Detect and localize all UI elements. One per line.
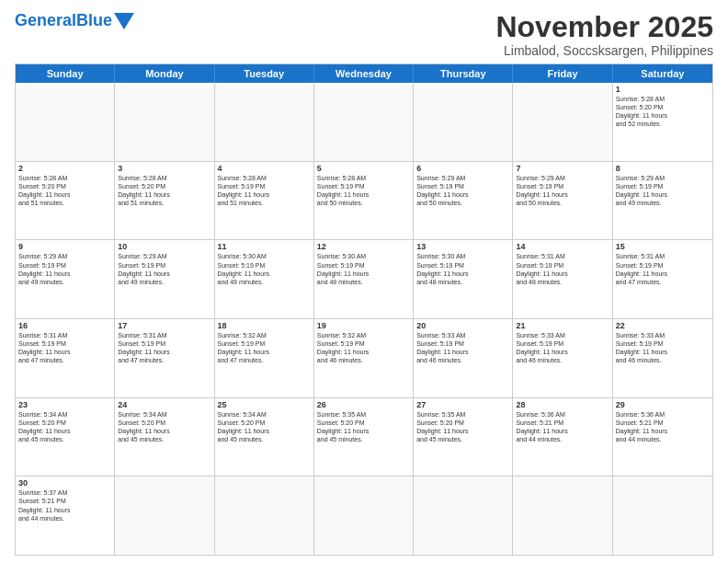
cell-info: Sunrise: 5:28 AM Sunset: 5:20 PM Dayligh… bbox=[118, 174, 210, 207]
weekday-header: Sunday bbox=[16, 64, 115, 83]
calendar-row: 23Sunrise: 5:34 AM Sunset: 5:20 PM Dayli… bbox=[16, 398, 712, 477]
page: GeneralBlue November 2025 Limbalod, Socc… bbox=[0, 0, 728, 563]
day-number: 15 bbox=[616, 242, 710, 251]
cell-info: Sunrise: 5:29 AM Sunset: 5:19 PM Dayligh… bbox=[416, 174, 509, 207]
weekday-header: Friday bbox=[513, 64, 612, 83]
day-number: 24 bbox=[118, 400, 210, 409]
logo-blue: Blue bbox=[76, 11, 112, 29]
calendar-cell bbox=[215, 83, 314, 161]
cell-info: Sunrise: 5:33 AM Sunset: 5:19 PM Dayligh… bbox=[416, 331, 509, 364]
calendar-cell: 3Sunrise: 5:28 AM Sunset: 5:20 PM Daylig… bbox=[115, 162, 214, 240]
calendar-cell: 27Sunrise: 5:35 AM Sunset: 5:20 PM Dayli… bbox=[414, 398, 513, 477]
cell-info: Sunrise: 5:32 AM Sunset: 5:19 PM Dayligh… bbox=[317, 331, 410, 364]
calendar-cell: 16Sunrise: 5:31 AM Sunset: 5:19 PM Dayli… bbox=[16, 319, 115, 397]
calendar-cell: 17Sunrise: 5:31 AM Sunset: 5:19 PM Dayli… bbox=[115, 319, 214, 397]
calendar-row: 9Sunrise: 5:29 AM Sunset: 5:19 PM Daylig… bbox=[16, 240, 712, 319]
calendar-cell bbox=[414, 477, 513, 555]
calendar-row: 16Sunrise: 5:31 AM Sunset: 5:19 PM Dayli… bbox=[16, 319, 712, 398]
calendar-cell bbox=[613, 477, 712, 555]
calendar-cell: 7Sunrise: 5:29 AM Sunset: 5:19 PM Daylig… bbox=[513, 162, 612, 240]
day-number: 3 bbox=[118, 164, 210, 173]
weekday-header: Wednesday bbox=[314, 64, 414, 83]
day-number: 8 bbox=[616, 164, 710, 173]
day-number: 25 bbox=[218, 400, 311, 409]
day-number: 4 bbox=[218, 164, 311, 173]
calendar-cell bbox=[513, 477, 612, 555]
calendar: SundayMondayTuesdayWednesdayThursdayFrid… bbox=[15, 63, 713, 556]
calendar-cell: 29Sunrise: 5:36 AM Sunset: 5:21 PM Dayli… bbox=[613, 398, 712, 477]
day-number: 29 bbox=[616, 400, 710, 409]
calendar-header: SundayMondayTuesdayWednesdayThursdayFrid… bbox=[16, 64, 712, 83]
calendar-cell: 26Sunrise: 5:35 AM Sunset: 5:20 PM Dayli… bbox=[314, 398, 414, 477]
day-number: 19 bbox=[317, 321, 410, 330]
logo: GeneralBlue bbox=[15, 11, 134, 29]
cell-info: Sunrise: 5:36 AM Sunset: 5:21 PM Dayligh… bbox=[616, 410, 710, 443]
day-number: 9 bbox=[18, 242, 111, 251]
cell-info: Sunrise: 5:28 AM Sunset: 5:20 PM Dayligh… bbox=[18, 174, 111, 207]
day-number: 22 bbox=[616, 321, 710, 330]
month-year: November 2025 bbox=[495, 11, 713, 43]
cell-info: Sunrise: 5:32 AM Sunset: 5:19 PM Dayligh… bbox=[218, 331, 311, 364]
cell-info: Sunrise: 5:34 AM Sunset: 5:20 PM Dayligh… bbox=[218, 410, 311, 443]
day-number: 17 bbox=[118, 321, 210, 330]
calendar-cell: 25Sunrise: 5:34 AM Sunset: 5:20 PM Dayli… bbox=[215, 398, 314, 477]
cell-info: Sunrise: 5:29 AM Sunset: 5:19 PM Dayligh… bbox=[118, 252, 210, 285]
cell-info: Sunrise: 5:34 AM Sunset: 5:20 PM Dayligh… bbox=[118, 410, 210, 443]
cell-info: Sunrise: 5:28 AM Sunset: 5:20 PM Dayligh… bbox=[616, 95, 710, 128]
day-number: 13 bbox=[416, 242, 509, 251]
cell-info: Sunrise: 5:34 AM Sunset: 5:20 PM Dayligh… bbox=[18, 410, 111, 443]
cell-info: Sunrise: 5:35 AM Sunset: 5:20 PM Dayligh… bbox=[317, 410, 410, 443]
calendar-cell: 11Sunrise: 5:30 AM Sunset: 5:19 PM Dayli… bbox=[215, 240, 314, 318]
cell-info: Sunrise: 5:33 AM Sunset: 5:19 PM Dayligh… bbox=[516, 331, 609, 364]
day-number: 11 bbox=[218, 242, 311, 251]
day-number: 27 bbox=[416, 400, 509, 409]
weekday-header: Thursday bbox=[414, 64, 513, 83]
calendar-cell: 19Sunrise: 5:32 AM Sunset: 5:19 PM Dayli… bbox=[314, 319, 414, 397]
cell-info: Sunrise: 5:29 AM Sunset: 5:19 PM Dayligh… bbox=[616, 174, 710, 207]
calendar-row: 2Sunrise: 5:28 AM Sunset: 5:20 PM Daylig… bbox=[16, 162, 712, 241]
calendar-cell: 1Sunrise: 5:28 AM Sunset: 5:20 PM Daylig… bbox=[613, 83, 712, 161]
calendar-cell: 15Sunrise: 5:31 AM Sunset: 5:19 PM Dayli… bbox=[613, 240, 712, 318]
day-number: 30 bbox=[18, 478, 111, 488]
calendar-cell: 5Sunrise: 5:28 AM Sunset: 5:19 PM Daylig… bbox=[314, 162, 414, 240]
day-number: 10 bbox=[118, 242, 210, 251]
calendar-cell: 9Sunrise: 5:29 AM Sunset: 5:19 PM Daylig… bbox=[16, 240, 115, 318]
calendar-cell: 30Sunrise: 5:37 AM Sunset: 5:21 PM Dayli… bbox=[16, 477, 115, 555]
day-number: 6 bbox=[416, 164, 509, 173]
cell-info: Sunrise: 5:31 AM Sunset: 5:19 PM Dayligh… bbox=[18, 331, 111, 364]
day-number: 16 bbox=[18, 321, 111, 330]
cell-info: Sunrise: 5:30 AM Sunset: 5:19 PM Dayligh… bbox=[218, 252, 311, 285]
day-number: 7 bbox=[516, 164, 609, 173]
day-number: 26 bbox=[317, 400, 410, 409]
title-block: November 2025 Limbalod, Soccsksargen, Ph… bbox=[495, 11, 713, 58]
calendar-cell bbox=[115, 83, 214, 161]
day-number: 20 bbox=[416, 321, 509, 330]
day-number: 2 bbox=[18, 164, 111, 173]
day-number: 14 bbox=[516, 242, 609, 251]
weekday-header: Saturday bbox=[613, 64, 712, 83]
logo-general: General bbox=[15, 11, 76, 29]
svg-marker-0 bbox=[114, 13, 134, 29]
cell-info: Sunrise: 5:35 AM Sunset: 5:20 PM Dayligh… bbox=[416, 410, 509, 443]
cell-info: Sunrise: 5:30 AM Sunset: 5:19 PM Dayligh… bbox=[317, 252, 410, 285]
calendar-cell: 2Sunrise: 5:28 AM Sunset: 5:20 PM Daylig… bbox=[16, 162, 115, 240]
cell-info: Sunrise: 5:37 AM Sunset: 5:21 PM Dayligh… bbox=[18, 488, 111, 522]
calendar-cell: 24Sunrise: 5:34 AM Sunset: 5:20 PM Dayli… bbox=[115, 398, 214, 477]
weekday-header: Tuesday bbox=[215, 64, 314, 83]
calendar-cell bbox=[115, 477, 214, 555]
calendar-cell bbox=[215, 477, 314, 555]
location: Limbalod, Soccsksargen, Philippines bbox=[495, 43, 713, 58]
header: GeneralBlue November 2025 Limbalod, Socc… bbox=[15, 11, 713, 58]
calendar-cell: 18Sunrise: 5:32 AM Sunset: 5:19 PM Dayli… bbox=[215, 319, 314, 397]
calendar-cell: 10Sunrise: 5:29 AM Sunset: 5:19 PM Dayli… bbox=[115, 240, 214, 318]
calendar-cell: 14Sunrise: 5:31 AM Sunset: 5:19 PM Dayli… bbox=[513, 240, 612, 318]
day-number: 1 bbox=[616, 85, 710, 94]
calendar-cell bbox=[314, 477, 414, 555]
day-number: 21 bbox=[516, 321, 609, 330]
logo-text: GeneralBlue bbox=[15, 12, 112, 29]
calendar-cell bbox=[414, 83, 513, 161]
calendar-cell: 22Sunrise: 5:33 AM Sunset: 5:19 PM Dayli… bbox=[613, 319, 712, 397]
calendar-cell: 4Sunrise: 5:28 AM Sunset: 5:19 PM Daylig… bbox=[215, 162, 314, 240]
calendar-cell: 28Sunrise: 5:36 AM Sunset: 5:21 PM Dayli… bbox=[513, 398, 612, 477]
calendar-cell: 23Sunrise: 5:34 AM Sunset: 5:20 PM Dayli… bbox=[16, 398, 115, 477]
